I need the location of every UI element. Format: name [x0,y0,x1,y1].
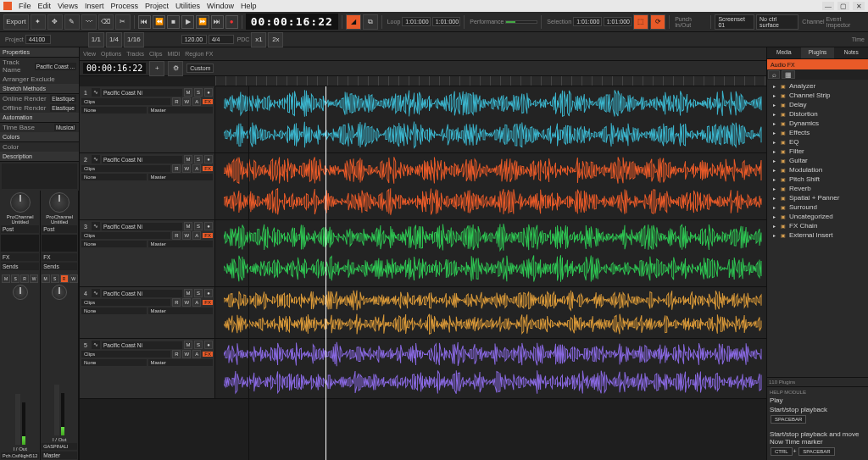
track-lane[interactable] [215,339,766,398]
m-btn-right[interactable]: M [42,274,50,283]
plugin-category[interactable]: ▸▣Pitch Shift [769,175,866,184]
plugin-category[interactable]: ▸▣Surround [769,202,866,212]
output-dropdown[interactable]: Master [148,107,214,114]
plugin-category[interactable]: ▸▣External Insert [769,230,866,240]
r-btn-left[interactable]: R [20,274,29,283]
browser-subheader[interactable]: Audio FX [767,59,868,69]
pdc-x2-button[interactable]: 2x [268,32,283,47]
pdc-x1-button[interactable]: x1 [251,32,266,47]
read-button[interactable]: R [172,164,181,173]
tempo-value[interactable]: 120.00 [181,35,207,44]
track-header[interactable]: 2 ∿ Pacific Coast Ni M S ● Clips R W A F… [80,153,215,219]
output-dropdown[interactable]: Master [148,359,214,366]
export-button[interactable]: Export [3,14,29,30]
arm-button[interactable]: ● [204,289,213,297]
tv-custom-dropdown[interactable]: Custom [186,64,214,73]
solo-button[interactable]: S [194,222,203,230]
tv-add-button[interactable]: + [149,61,164,76]
fx-button-left[interactable]: FX [1,253,39,261]
plugin-category[interactable]: ▸▣Delay [769,100,866,109]
timebase-value[interactable]: Musical [54,124,76,131]
track-name[interactable]: Pacific Coast Ni [102,223,182,230]
write-button[interactable]: W [182,231,191,240]
fader-right[interactable] [54,385,59,435]
ripple-button[interactable]: ⟳ [650,14,665,30]
fx-slot[interactable]: FX [203,352,213,357]
track-lane[interactable] [215,220,766,286]
metronome-button[interactable]: ◢ [346,14,361,30]
track-name[interactable]: Pacific Coast Ni [102,341,182,349]
clips-dropdown[interactable]: Clips [81,165,170,172]
output-dropdown[interactable]: Master [148,241,214,247]
track-name-value[interactable]: Pacific Coast ... [35,63,76,70]
menu-views[interactable]: Views [58,2,78,10]
track-header[interactable]: 1 ∿ Pacific Coast Ni M S ● Clips R W A F… [80,86,215,152]
fx-slot[interactable]: FX [203,99,213,104]
input-dropdown[interactable]: None [81,308,147,314]
tv-tab-clips[interactable]: Clips [149,51,163,57]
mute-button[interactable]: M [184,155,192,163]
plugin-category[interactable]: ▸▣Uncategorized [769,212,866,221]
menu-insert[interactable]: Insert [85,2,104,10]
track-lane[interactable] [215,86,766,152]
mute-button[interactable]: M [184,341,192,349]
fx-button-right[interactable]: FX [42,253,77,261]
sends-button-left[interactable]: Sends [1,263,39,270]
plugin-category[interactable]: ▸▣Distortion [769,109,866,119]
draw-tool-button[interactable]: 〰 [81,14,97,30]
sample-rate[interactable]: 44100 [25,35,51,44]
m-btn-left[interactable]: M [2,274,10,283]
fx-slot[interactable]: FX [203,166,213,171]
post-button-right[interactable]: Post [42,225,77,233]
clips-dropdown[interactable]: Clips [81,299,170,306]
archive-button[interactable]: A [192,350,201,358]
erase-tool-button[interactable]: ⌫ [98,14,114,30]
track-header[interactable]: 4 ∿ Pacific Coast Ni M S ● Clips R W A F… [80,287,215,338]
write-button[interactable]: W [182,164,191,173]
mute-button[interactable]: M [184,88,192,97]
track-name[interactable]: Pacific Coast Ni [102,290,182,297]
track-lane[interactable] [215,153,766,219]
solo-button[interactable]: S [194,88,203,97]
audio-clip[interactable] [224,289,763,312]
arm-button[interactable]: ● [204,222,213,230]
archive-button[interactable]: A [192,231,201,240]
gte-button[interactable]: ⏭ [211,15,224,29]
eq-display-right[interactable] [42,235,77,252]
w-btn-right[interactable]: W [70,274,78,283]
menu-project[interactable]: Project [145,2,169,10]
solo-button[interactable]: S [194,341,203,349]
menu-window[interactable]: Window [207,2,234,10]
menu-utilities[interactable]: Utilities [175,2,200,10]
tv-tab-tracks[interactable]: Tracks [126,51,144,57]
edit-tool-button[interactable]: ✎ [64,14,80,30]
audio-clip[interactable] [224,186,763,217]
menu-file[interactable]: File [19,2,31,10]
write-button[interactable]: W [182,298,191,307]
plugin-category[interactable]: ▸▣Filter [769,147,866,156]
read-button[interactable]: R [172,97,181,106]
tv-options-button[interactable]: ⚙ [168,61,183,76]
arm-button[interactable]: ● [204,155,213,163]
gaspinali-route[interactable]: GASPINALI [42,443,77,450]
plugin-category[interactable]: ▸▣Analyzer [769,81,866,91]
snap-sixteenth-button[interactable]: 1/16 [124,32,144,47]
sel-to[interactable]: 1:01:000 [604,17,632,26]
record-button[interactable]: ● [225,15,238,29]
rewind-button[interactable]: ⏪ [153,15,165,29]
close-button[interactable]: ✕ [853,2,865,10]
input-dropdown[interactable]: None [81,107,147,114]
arm-button[interactable]: ● [204,88,213,97]
sel-snap-button[interactable]: ⬚ [633,14,648,30]
eq-display-left[interactable] [1,235,39,252]
now-time-marker[interactable] [326,86,326,460]
write-button[interactable]: W [182,350,191,358]
gain-knob-right[interactable] [49,192,70,213]
post-button-left[interactable]: Post [1,225,39,233]
menu-edit[interactable]: Edit [38,2,52,10]
loop-from[interactable]: 1:01:000 [402,17,431,26]
audio-clip[interactable] [224,155,763,186]
menu-process[interactable]: Process [110,2,138,10]
audio-clip[interactable] [224,369,763,396]
gain-knob-left[interactable] [10,192,31,213]
